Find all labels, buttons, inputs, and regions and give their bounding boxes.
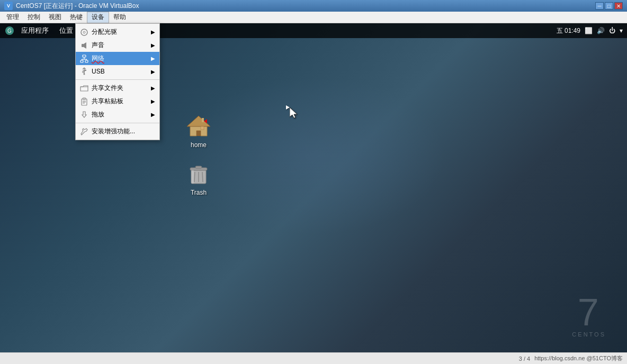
dd-item-audio[interactable]: 声音 ▶: [76, 39, 159, 52]
dd-item-drag[interactable]: 拖放 ▶: [76, 108, 159, 121]
titlebar-left: V CentOS7 [正在运行] - Oracle VM VirtualBox: [4, 2, 139, 11]
shared-folder-icon: [80, 84, 88, 93]
dd-item-install-tools[interactable]: 安装增强功能...: [76, 125, 159, 138]
gnome-bar-left: G 应用程序 位置: [4, 24, 77, 38]
dd-label-clipboard: 共享粘贴板: [92, 97, 123, 106]
dd-label-network: 网络: [92, 54, 104, 63]
menu-manage[interactable]: 管理: [2, 12, 23, 23]
dd-item-optical[interactable]: 分配光驱 ▶: [76, 25, 159, 39]
trash-icon-image: [186, 161, 211, 187]
gnome-places-menu[interactable]: 位置: [55, 24, 77, 38]
svg-point-15: [84, 74, 85, 75]
host-menubar: 管理 控制 视图 热键 设备 帮助: [0, 12, 627, 23]
home-icon-label: home: [191, 141, 207, 149]
svg-rect-5: [80, 60, 83, 62]
svg-rect-27: [202, 118, 204, 122]
gnome-screen-btn[interactable]: ⬜: [585, 27, 593, 34]
statusbar-right: 3 / 4 https://blog.csdn.ne @51CTO博客: [519, 354, 623, 362]
svg-marker-36: [290, 107, 297, 118]
arrow-icon-clipboard: ▶: [151, 98, 155, 104]
minimize-button[interactable]: ─: [595, 2, 604, 10]
dd-label-shared-folder: 共享文件夹: [92, 84, 123, 93]
dd-item-clipboard[interactable]: 共享粘贴板 ▶: [76, 95, 159, 108]
svg-rect-31: [195, 166, 202, 168]
menu-devices[interactable]: 设备: [87, 12, 109, 23]
drag-icon: [80, 111, 88, 119]
gnome-bar-right: 五 01:49 ⬜ 🔊 ⏻ ▾: [557, 26, 623, 35]
centos-text: CENTOS: [572, 331, 606, 338]
svg-rect-6: [85, 60, 88, 62]
svg-line-34: [202, 172, 203, 182]
separator-2: [76, 123, 159, 123]
tools-icon: [80, 128, 88, 136]
svg-text:G: G: [7, 28, 12, 34]
svg-line-32: [194, 172, 195, 182]
menu-view[interactable]: 视图: [44, 12, 66, 23]
dd-label-install-tools: 安装增强功能...: [92, 127, 135, 136]
svg-rect-26: [201, 126, 204, 130]
menu-hotkey[interactable]: 热键: [66, 12, 87, 23]
svg-rect-25: [196, 131, 201, 136]
svg-rect-35: [191, 170, 194, 184]
usb-icon: [80, 67, 88, 76]
dd-label-audio: 声音: [92, 41, 104, 50]
svg-rect-13: [85, 70, 86, 71]
dd-item-shared-folder[interactable]: 共享文件夹 ▶: [76, 81, 159, 95]
desktop-icon-trash[interactable]: Trash: [183, 158, 214, 199]
centos-watermark: 7 CENTOS: [572, 293, 606, 338]
titlebar: V CentOS7 [正在运行] - Oracle VM VirtualBox …: [0, 0, 627, 12]
arrow-icon-shared-folder: ▶: [151, 85, 155, 91]
dd-label-drag: 拖放: [92, 110, 104, 119]
home-icon-image: [186, 114, 211, 139]
clipboard-icon: [80, 97, 88, 106]
menu-help[interactable]: 帮助: [109, 12, 130, 23]
centos-version-number: 7: [572, 293, 606, 331]
network-icon: [80, 54, 88, 63]
titlebar-controls: ─ □ ✕: [595, 2, 623, 10]
disc-icon: [80, 28, 88, 37]
maximize-button[interactable]: □: [605, 2, 613, 10]
dd-label-optical: 分配光驱: [92, 28, 117, 37]
gnome-apps-menu[interactable]: 应用程序: [17, 24, 53, 38]
svg-rect-2: [82, 44, 84, 47]
arrow-icon-optical: ▶: [151, 29, 155, 35]
audio-icon: [80, 41, 88, 50]
devices-dropdown: 分配光驱 ▶ 声音 ▶ 网络 ▶: [75, 23, 160, 140]
arrow-icon-audio: ▶: [151, 42, 155, 48]
vbox-logo-icon: V: [4, 2, 13, 10]
svg-point-0: [81, 29, 87, 35]
mouse-cursor: [286, 105, 290, 110]
arrow-icon-drag: ▶: [151, 112, 155, 117]
arrow-icon-usb: ▶: [151, 69, 155, 75]
gnome-sound-btn[interactable]: 🔊: [597, 27, 605, 34]
arrow-icon-network: ▶: [151, 56, 155, 61]
svg-marker-3: [84, 42, 86, 49]
titlebar-title: CentOS7 [正在运行] - Oracle VM VirtualBox: [16, 2, 139, 11]
dd-label-usb: USB: [92, 68, 105, 75]
page-info: 3 / 4: [519, 356, 530, 362]
gnome-logo-icon: G: [4, 25, 15, 36]
svg-point-1: [83, 31, 85, 33]
dd-item-network[interactable]: 网络 ▶: [76, 52, 159, 65]
svg-rect-4: [83, 55, 86, 57]
separator-1: [76, 79, 159, 80]
trash-icon-label: Trash: [191, 189, 207, 196]
vm-statusbar: 3 / 4 https://blog.csdn.ne @51CTO博客: [0, 352, 627, 364]
desktop-glow: [181, 76, 446, 235]
desktop-icon-home[interactable]: home: [183, 111, 214, 152]
status-url: https://blog.csdn.ne @51CTO博客: [534, 354, 623, 362]
menu-control[interactable]: 控制: [23, 12, 44, 23]
close-button[interactable]: ✕: [614, 2, 623, 10]
svg-point-14: [83, 71, 84, 73]
gnome-time: 五 01:49: [557, 26, 580, 35]
dd-item-usb[interactable]: USB ▶: [76, 65, 159, 78]
gnome-menu-arrow[interactable]: ▾: [620, 27, 623, 34]
gnome-power-btn[interactable]: ⏻: [609, 27, 615, 34]
